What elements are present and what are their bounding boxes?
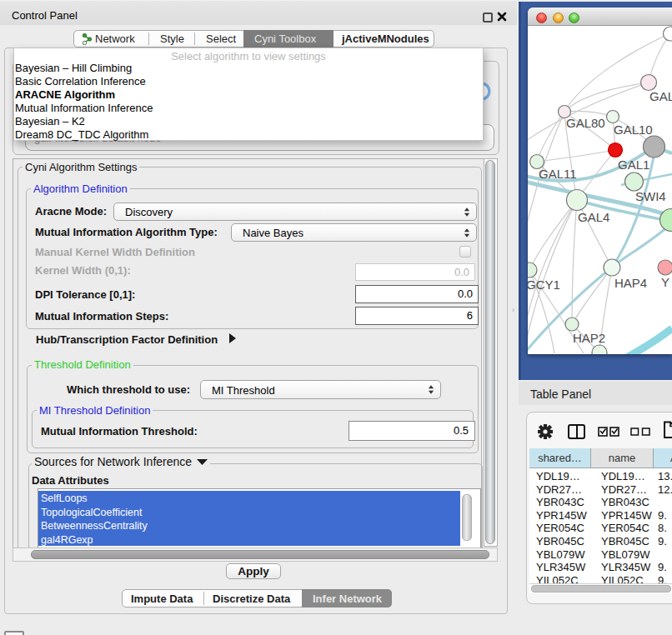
svg-text:GAL4: GAL4 (578, 210, 609, 224)
svg-text:GAL10: GAL10 (614, 122, 653, 137)
svg-text:GAL80: GAL80 (566, 116, 605, 130)
svg-text:Y: Y (661, 275, 669, 289)
svg-text:GAL11: GAL11 (539, 167, 577, 181)
svg-text:HAP4: HAP4 (614, 276, 647, 290)
svg-text:GAL1: GAL1 (618, 158, 649, 172)
svg-text:GAL7: GAL7 (649, 89, 672, 103)
svg-text:GCY1: GCY1 (528, 278, 560, 292)
svg-text:HAP2: HAP2 (573, 331, 605, 345)
svg-text:SWI4: SWI4 (635, 189, 666, 203)
